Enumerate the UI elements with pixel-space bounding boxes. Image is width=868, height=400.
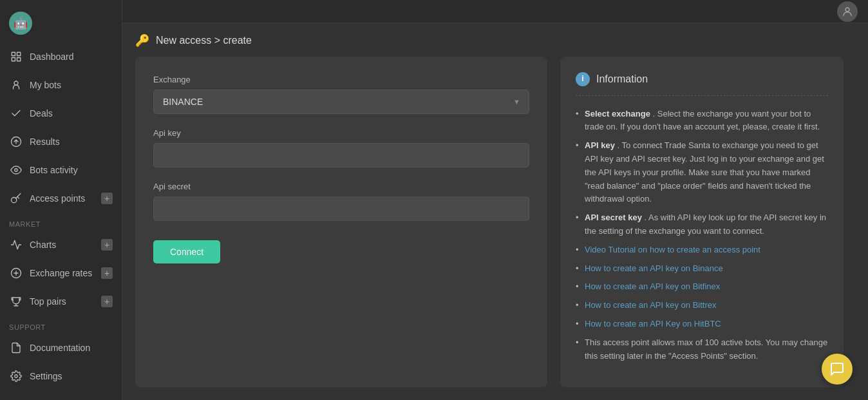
exchange-group: Exchange BINANCE BITFINEX BITTREX HITBTC [153, 75, 529, 114]
svg-rect-0 [12, 52, 15, 55]
video-tutorial-link[interactable]: Video Tutorial on how to create an acces… [585, 245, 760, 254]
top-bar [122, 0, 868, 23]
doc-icon [9, 341, 23, 355]
exchange-icon [9, 266, 23, 280]
sidebar-item-bots-activity-label: Bots activity [30, 165, 78, 175]
info-link-4: How to create an API key on Bittrex [576, 296, 828, 315]
hitbtc-link[interactable]: How to create an API Key on HitBTC [585, 319, 721, 329]
form-card: Exchange BINANCE BITFINEX BITTREX HITBTC… [135, 57, 547, 387]
sidebar-item-access-points[interactable]: Access points + [0, 184, 122, 213]
info-link-1: Video Tutorial on how to create an acces… [576, 241, 828, 260]
info-item-3-bold: API secret key [585, 213, 642, 222]
svg-point-4 [14, 81, 18, 85]
market-section-label: MARKET [0, 213, 122, 231]
info-item-last: This access point allows max of 100 acti… [576, 334, 828, 366]
sidebar-item-results[interactable]: Results [0, 128, 122, 156]
svg-rect-2 [12, 58, 15, 61]
settings-icon [9, 369, 23, 383]
key-icon [9, 191, 23, 205]
sidebar-item-charts[interactable]: Charts + [0, 231, 122, 259]
sidebar-item-access-points-label: Access points [30, 193, 85, 204]
sidebar-item-top-pairs[interactable]: Top pairs + [0, 287, 122, 316]
bot-icon [9, 78, 23, 92]
info-card-header: i Information [576, 71, 828, 96]
page-header: 🔑 New access > create [122, 23, 868, 57]
svg-rect-1 [17, 52, 21, 55]
sidebar-item-deals[interactable]: Deals [0, 99, 122, 128]
sidebar-item-settings[interactable]: Settings [0, 362, 122, 390]
api-key-input[interactable] [153, 143, 529, 167]
sidebar: 🤖 Dashboard My bots Deals Results Bots a… [0, 0, 122, 400]
svg-rect-3 [17, 58, 21, 61]
check-icon [9, 106, 23, 120]
sidebar-item-charts-label: Charts [30, 240, 56, 250]
bitfinex-link[interactable]: How to create an API key on Bitfinex [585, 281, 720, 291]
info-icon: i [576, 72, 590, 86]
sidebar-item-dashboard-label: Dashboard [30, 52, 74, 62]
sidebar-item-exchange-rates-label: Exchange rates [30, 268, 92, 278]
logo-icon: 🤖 [9, 12, 32, 35]
info-link-2: How to create an API key on Binance [576, 260, 828, 278]
binance-link[interactable]: How to create an API key on Binance [585, 263, 723, 273]
trophy-icon [9, 294, 23, 309]
api-key-group: Api key [153, 128, 529, 167]
info-item-3: API secret key . As with API key look up… [576, 209, 828, 241]
sidebar-logo: 🤖 [0, 6, 122, 43]
api-secret-group: Api secret [153, 182, 529, 221]
exchange-select[interactable]: BINANCE BITFINEX BITTREX HITBTC [153, 90, 529, 114]
info-item-1: Select exchange . Select the exchange yo… [576, 105, 828, 137]
svg-point-5 [15, 169, 18, 172]
info-item-1-bold: Select exchange [585, 109, 650, 119]
main-content: 🔑 New access > create Exchange BINANCE B… [122, 0, 868, 400]
svg-point-9 [845, 8, 849, 12]
content-area: Exchange BINANCE BITFINEX BITTREX HITBTC… [122, 57, 868, 400]
chart-icon [9, 238, 23, 252]
info-list: Select exchange . Select the exchange yo… [576, 105, 828, 366]
charts-plus-btn[interactable]: + [101, 239, 113, 251]
top-pairs-plus-btn[interactable]: + [101, 296, 113, 307]
page-title: New access > create [156, 35, 252, 46]
info-link-3: How to create an API key on Bitfinex [576, 278, 828, 296]
rocket-icon [9, 135, 23, 149]
info-item-2: API key . To connect Trade Santa to exch… [576, 137, 828, 209]
info-item-2-text: . To connect Trade Santa to exchange you… [585, 140, 824, 204]
eye-icon [9, 163, 23, 177]
sidebar-item-my-bots-label: My bots [30, 80, 61, 90]
exchange-rates-plus-btn[interactable]: + [101, 267, 113, 279]
support-section-label: SUPPORT [0, 316, 122, 334]
info-link-5: How to create an API Key on HitBTC [576, 315, 828, 334]
sidebar-item-dashboard[interactable]: Dashboard [0, 43, 122, 71]
info-item-2-bold: API key [585, 140, 615, 150]
sidebar-item-deals-label: Deals [30, 108, 53, 119]
info-card-title: Information [596, 71, 648, 88]
user-avatar[interactable] [837, 1, 858, 22]
exchange-select-wrapper: BINANCE BITFINEX BITTREX HITBTC [153, 90, 529, 114]
info-item-last-text: This access point allows max of 100 acti… [585, 338, 827, 361]
chat-button[interactable] [822, 354, 853, 385]
sidebar-item-results-label: Results [30, 137, 60, 147]
bittrex-link[interactable]: How to create an API key on Bittrex [585, 300, 717, 310]
grid-icon [9, 50, 23, 64]
api-key-label: Api key [153, 128, 529, 138]
sidebar-item-top-pairs-label: Top pairs [30, 296, 66, 307]
sidebar-item-documentation-label: Documentation [30, 343, 90, 353]
info-card: i Information Select exchange . Select t… [560, 57, 844, 387]
sidebar-item-bots-activity[interactable]: Bots activity [0, 156, 122, 184]
api-secret-input[interactable] [153, 196, 529, 221]
access-points-plus-btn[interactable]: + [101, 193, 113, 204]
sidebar-item-exchange-rates[interactable]: Exchange rates + [0, 259, 122, 287]
svg-point-8 [15, 375, 18, 378]
connect-button[interactable]: Connect [153, 240, 220, 263]
page-key-icon: 🔑 [135, 33, 149, 48]
sidebar-item-documentation[interactable]: Documentation [0, 334, 122, 362]
api-secret-label: Api secret [153, 182, 529, 191]
sidebar-item-my-bots[interactable]: My bots [0, 71, 122, 99]
sidebar-item-settings-label: Settings [30, 371, 62, 381]
exchange-label: Exchange [153, 75, 529, 84]
